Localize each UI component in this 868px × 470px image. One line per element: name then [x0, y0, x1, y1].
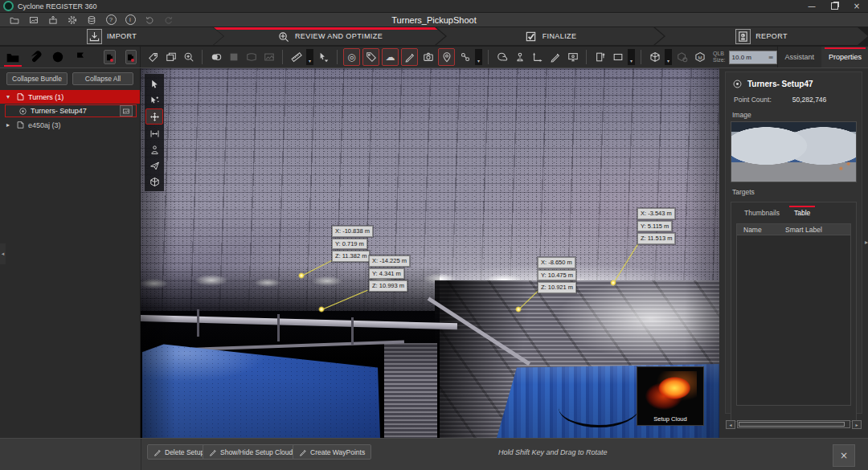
- measurement-label[interactable]: X: -10.838 m Y: 0.719 m Z: 11.382 m: [332, 226, 373, 264]
- fill-mode-tool[interactable]: [226, 49, 241, 65]
- tab-assistant[interactable]: Assistant: [778, 47, 822, 67]
- setup-panorama-thumbnail[interactable]: [731, 121, 857, 182]
- workflow-step-finalize[interactable]: FINALIZE: [436, 27, 664, 45]
- tab-filters[interactable]: [73, 49, 88, 65]
- panel-expand-handle[interactable]: ▸: [865, 239, 868, 246]
- minimize-button[interactable]: —: [800, 0, 823, 12]
- review-optimize-icon: [276, 30, 290, 43]
- toggle-links[interactable]: [457, 49, 473, 65]
- roof-post: [277, 314, 280, 341]
- qlb-size-value: 10.0 m: [732, 54, 751, 61]
- measurement-label[interactable]: X: -3.543 m Y: 5.115 m Z: 11.513 m: [637, 208, 675, 246]
- close-button[interactable]: ×: [845, 0, 868, 12]
- setup-image-badge[interactable]: [120, 105, 133, 116]
- fly-tool[interactable]: [146, 158, 162, 173]
- toggle-images[interactable]: [420, 49, 436, 65]
- targets-table[interactable]: Name Smart Label: [736, 223, 851, 406]
- limit-box-tool[interactable]: [647, 49, 662, 65]
- geotag-tool[interactable]: [494, 49, 510, 65]
- measurement-label[interactable]: X: -14.225 m Y: 4.341 m Z: 10.993 m: [369, 255, 410, 293]
- measurement-label[interactable]: X: -8.650 m Y: 10.475 m Z: 10.921 m: [538, 257, 576, 295]
- pen-icon: [299, 448, 307, 456]
- help-button[interactable]: ?: [101, 14, 121, 26]
- cursor-icon: [149, 79, 160, 89]
- new-bundle-button[interactable]: [104, 50, 116, 64]
- orbit-view-tool[interactable]: [146, 174, 162, 189]
- measure-distance-tool[interactable]: [146, 126, 162, 141]
- tree-item-label: e450aj (3): [28, 121, 61, 129]
- pick-point-tool[interactable]: [316, 49, 331, 65]
- close-toolbar-button[interactable]: ×: [833, 444, 855, 467]
- setup-cloud-inset[interactable]: Setup Cloud: [637, 366, 704, 426]
- screen-capture-tool[interactable]: [565, 49, 580, 65]
- undo-button[interactable]: [140, 14, 159, 26]
- move-setup-tool[interactable]: [530, 49, 545, 65]
- toggle-targets[interactable]: ◎: [343, 48, 360, 66]
- zoom-window-tool[interactable]: [181, 49, 196, 65]
- setup-position-tool[interactable]: [512, 49, 527, 65]
- title-bar: Cyclone REGISTER 360 — ×: [0, 0, 868, 13]
- setup-cloud-thumbnail: [644, 371, 697, 411]
- visual-mode-tool[interactable]: [208, 49, 223, 65]
- restore-icon: [831, 2, 838, 10]
- create-waypoints-button[interactable]: Create WayPoints: [293, 444, 371, 460]
- tab-attachments[interactable]: [28, 49, 43, 65]
- links-dropdown[interactable]: ▾: [475, 49, 482, 65]
- tab-thumbnails[interactable]: Thumbnails: [738, 206, 786, 220]
- limit-box-dropdown[interactable]: ▾: [665, 49, 672, 65]
- collapse-bundle-button[interactable]: Collapse Bundle: [6, 72, 68, 85]
- panorama-view-tool[interactable]: [244, 49, 259, 65]
- toggle-waypoints[interactable]: [438, 48, 455, 66]
- pan-tool[interactable]: [145, 108, 163, 125]
- scroll-left-button[interactable]: ◂: [726, 420, 735, 429]
- tree-item-turners-bundle[interactable]: ▾ Turners (1): [0, 90, 140, 104]
- panel-pin-tool[interactable]: [592, 49, 608, 65]
- toggle-tags[interactable]: [362, 48, 379, 66]
- bundle-icon: [105, 53, 114, 62]
- tree-item-e450aj-bundle[interactable]: ▸ e450aj (3): [0, 118, 140, 132]
- fence-tool[interactable]: [610, 49, 625, 65]
- show-hide-setup-clouds-button[interactable]: Show/Hide Setup Clouds: [203, 444, 303, 460]
- toggle-measurements[interactable]: [401, 48, 418, 66]
- scroll-right-button[interactable]: ▸: [852, 420, 862, 429]
- measure-tool-dropdown[interactable]: ▾: [306, 49, 313, 65]
- qlb-size-input[interactable]: 10.0 m ≡: [729, 51, 777, 64]
- finalize-icon: [524, 30, 538, 43]
- restore-button[interactable]: [823, 0, 845, 12]
- split-bundle-button[interactable]: [125, 50, 137, 64]
- multi-select-tool[interactable]: [146, 92, 162, 107]
- tab-sites[interactable]: [51, 49, 65, 65]
- measure-tool[interactable]: [289, 49, 304, 65]
- cloud-icon: ☁: [386, 51, 395, 63]
- scrollbar-track[interactable]: [737, 420, 850, 428]
- hanging-cable: [559, 388, 639, 427]
- cascade-views-tool[interactable]: [163, 49, 178, 65]
- select-tool[interactable]: [146, 76, 162, 91]
- workflow-step-report[interactable]: REPORT: [655, 27, 868, 45]
- point-cloud-viewport[interactable]: X: -10.838 m Y: 0.719 m Z: 11.382 m X: -…: [141, 68, 719, 438]
- annotate-tool[interactable]: [547, 49, 563, 65]
- tab-table[interactable]: Table: [788, 206, 817, 220]
- image-view-tool[interactable]: [261, 49, 276, 65]
- fence-tool-dropdown[interactable]: ▾: [628, 49, 635, 65]
- panoramic-view-tool[interactable]: [146, 142, 162, 157]
- workflow-step-review-and-optimize[interactable]: REVIEW AND OPTIMIZE: [214, 27, 445, 45]
- panel-collapse-handle[interactable]: ◂: [0, 243, 6, 264]
- tree-item-turners-setup47[interactable]: Turners- Setup47: [5, 104, 137, 117]
- workflow-step-label: FINALIZE: [542, 32, 577, 40]
- about-button[interactable]: i: [121, 14, 140, 26]
- tab-properties[interactable]: Properties: [821, 47, 868, 67]
- horizontal-scrollbar[interactable]: ◂ ▸: [726, 420, 862, 428]
- limit-box-reset-tool[interactable]: [674, 49, 690, 65]
- collapse-all-button[interactable]: Collapse All: [72, 72, 133, 85]
- workflow-bar: IMPORT REVIEW AND OPTIMIZE FINALIZE REPO…: [0, 27, 868, 47]
- limit-box-manager-tool[interactable]: [692, 49, 707, 65]
- divider: [141, 439, 141, 470]
- toggle-clouds[interactable]: ☁: [382, 48, 399, 66]
- tab-project-explorer[interactable]: [6, 49, 20, 65]
- edit-tag-tool[interactable]: [145, 49, 161, 65]
- tag-pen-icon: [148, 51, 159, 63]
- redo-button[interactable]: [159, 14, 178, 26]
- info-icon: i: [125, 14, 136, 25]
- scrollbar-thumb[interactable]: [739, 422, 845, 427]
